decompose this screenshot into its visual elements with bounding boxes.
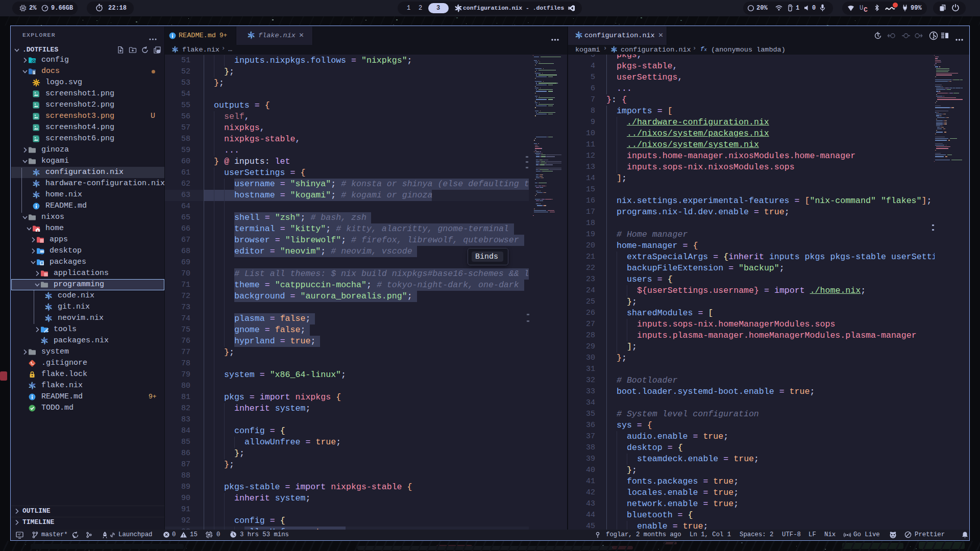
svg-text:*: * xyxy=(792,6,793,9)
